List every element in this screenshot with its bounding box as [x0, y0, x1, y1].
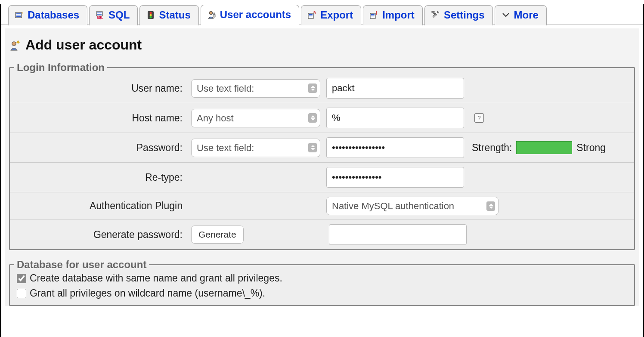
tab-label: Export — [320, 9, 353, 21]
hostname-select-wrap: Any host — [191, 109, 320, 127]
database-for-user-legend: Database for user account — [14, 259, 149, 271]
strength-label: Strength: — [472, 142, 512, 154]
auth-plugin-select-wrap: Native MySQL authentication — [326, 197, 498, 215]
tab-sql[interactable]: SQL SQL — [89, 5, 138, 25]
import-icon — [369, 10, 379, 20]
hostname-label: Host name: — [15, 112, 185, 124]
svg-rect-21 — [432, 11, 434, 12]
page-heading: Add user account — [5, 33, 639, 60]
tab-more[interactable]: More — [495, 5, 547, 25]
strength-bar — [516, 141, 572, 154]
generated-password-input[interactable] — [329, 224, 467, 245]
hostname-select[interactable]: Any host — [191, 109, 320, 127]
page-title: Add user account — [25, 37, 142, 53]
add-user-icon — [10, 40, 21, 51]
retype-label: Re-type: — [15, 172, 185, 183]
username-input[interactable] — [326, 78, 464, 99]
row-password: Password: Use text field: Strength: Stro… — [10, 133, 634, 163]
row-generate-password: Generate password: Generate — [10, 220, 634, 249]
checkbox-grant-wildcard[interactable] — [17, 289, 26, 298]
top-tabs: Databases SQL SQL — [1, 4, 643, 25]
help-icon[interactable]: ? — [474, 113, 484, 123]
sql-icon: SQL — [96, 10, 105, 20]
svg-text:SQL: SQL — [97, 16, 103, 20]
svg-point-10 — [150, 14, 152, 16]
checkbox-create-same-name[interactable] — [17, 274, 26, 283]
checkbox-create-same-name-row: Create database with same name and grant… — [10, 271, 634, 286]
password-label: Password: — [15, 142, 185, 154]
password-input[interactable] — [326, 137, 464, 158]
generate-button[interactable]: Generate — [191, 226, 244, 244]
tab-user-accounts[interactable]: User accounts — [201, 5, 299, 25]
strength-value: Strong — [576, 142, 606, 154]
svg-rect-3 — [16, 16, 21, 17]
strength-indicator: Strength: Strong — [472, 141, 606, 154]
retype-input[interactable] — [326, 167, 464, 188]
page-body: Add user account Login Information User … — [5, 28, 639, 306]
databases-icon — [15, 10, 24, 20]
password-select-wrap: Use text field: — [191, 139, 320, 157]
tab-label: Import — [382, 9, 415, 21]
row-hostname: Host name: Any host ? — [10, 103, 634, 133]
checkbox-create-same-name-label[interactable]: Create database with same name and grant… — [30, 272, 282, 284]
svg-rect-6 — [97, 12, 102, 13]
svg-rect-2 — [16, 15, 21, 15]
tab-export[interactable]: Export — [301, 5, 361, 25]
tab-label: SQL — [108, 9, 130, 21]
login-information-legend: Login Information — [14, 62, 107, 74]
svg-rect-16 — [309, 14, 313, 15]
user-accounts-icon — [207, 10, 217, 19]
username-select-wrap: Use text field: — [191, 79, 320, 98]
username-label: User name: — [15, 83, 185, 94]
row-username: User name: Use text field: — [10, 74, 634, 103]
database-for-user-section: Database for user account Create databas… — [9, 259, 635, 306]
svg-rect-20 — [371, 15, 375, 16]
tab-databases[interactable]: Databases — [8, 5, 87, 25]
username-select[interactable]: Use text field: — [191, 79, 320, 98]
status-icon — [146, 10, 155, 20]
svg-rect-19 — [371, 14, 375, 15]
row-auth-plugin: Authentication Plugin Native MySQL authe… — [10, 192, 634, 220]
tab-label: Databases — [28, 9, 79, 21]
export-icon — [307, 10, 317, 20]
settings-icon — [431, 10, 440, 20]
tab-import[interactable]: Import — [363, 5, 423, 25]
tab-label: Settings — [444, 9, 485, 21]
checkbox-grant-wildcard-row: Grant all privileges on wildcard name (u… — [10, 286, 634, 301]
tab-label: User accounts — [220, 9, 291, 21]
tab-label: Status — [159, 9, 190, 21]
generate-password-label: Generate password: — [15, 229, 185, 241]
tab-status[interactable]: Status — [139, 5, 198, 25]
svg-point-11 — [150, 16, 152, 19]
svg-rect-7 — [97, 14, 102, 15]
svg-point-22 — [12, 41, 16, 45]
checkbox-grant-wildcard-label[interactable]: Grant all privileges on wildcard name (u… — [30, 288, 265, 299]
hostname-input[interactable] — [326, 108, 464, 128]
password-select[interactable]: Use text field: — [191, 139, 320, 157]
chevron-down-icon — [501, 10, 511, 20]
svg-rect-17 — [309, 15, 313, 16]
auth-plugin-label: Authentication Plugin — [15, 200, 185, 212]
tab-label: More — [514, 9, 539, 21]
svg-point-9 — [150, 12, 152, 14]
phpmyadmin-panel: Databases SQL SQL — [0, 4, 644, 337]
svg-point-12 — [209, 11, 213, 15]
tab-settings[interactable]: Settings — [424, 5, 493, 25]
svg-rect-1 — [16, 13, 21, 14]
login-information-section: Login Information User name: Use text fi… — [9, 62, 635, 250]
row-retype: Re-type: — [10, 163, 634, 192]
auth-plugin-select[interactable]: Native MySQL authentication — [326, 197, 498, 215]
